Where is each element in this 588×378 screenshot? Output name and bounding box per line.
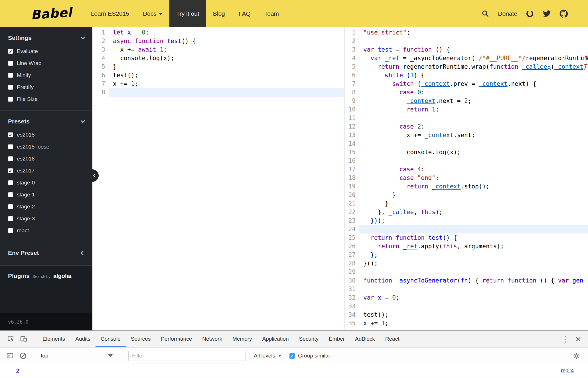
execution-context-selector[interactable]: top [37, 353, 117, 359]
babel-logo[interactable]: Babel [30, 0, 73, 29]
checkbox[interactable]: ✓ [8, 49, 13, 54]
code-line[interactable]: case 2: [363, 122, 588, 131]
opencollective-icon[interactable] [526, 10, 534, 18]
checkbox-item-stage-1[interactable]: stage-1 [8, 189, 84, 201]
code-line[interactable]: }; [363, 251, 588, 259]
sidebar-section-header[interactable]: Env Preset [8, 249, 84, 256]
console-sidebar-icon[interactable] [3, 349, 17, 362]
code-line[interactable]: _context.next = 2; [363, 97, 588, 105]
tab-adblock[interactable]: AdBlock [350, 331, 380, 347]
code-line[interactable]: let x = 0; [113, 28, 344, 37]
checkbox-item-file-size[interactable]: File Size [8, 93, 84, 105]
code-line[interactable]: })); [363, 216, 588, 225]
nav-link-docs[interactable]: Docs [136, 0, 169, 27]
code-line[interactable]: console.log(x); [113, 54, 344, 62]
code-line[interactable] [363, 302, 588, 310]
tab-memory[interactable]: Memory [227, 331, 257, 347]
code-line[interactable]: "use strict"; [363, 28, 588, 37]
code-line[interactable]: return _ref.apply(this, arguments); [363, 242, 588, 251]
code-line[interactable]: x += 1; [363, 319, 588, 328]
more-options-icon[interactable]: ⋮ [559, 334, 571, 344]
code-line[interactable] [363, 285, 588, 293]
code-line[interactable]: case 4: [363, 165, 588, 174]
code-line[interactable]: var _ref = _asyncToGenerator( /*#__PURE_… [363, 54, 588, 62]
console-source-link[interactable]: repl:4 [561, 368, 574, 374]
code-line[interactable]: console.log(x); [363, 148, 588, 157]
tab-console[interactable]: Console [96, 331, 126, 347]
tab-security[interactable]: Security [294, 331, 324, 347]
group-similar-toggle[interactable]: ✓ Group similar [289, 353, 330, 359]
checkbox-item-es2016[interactable]: es2016 [8, 153, 84, 165]
checkbox-item-es2015[interactable]: ✓es2015 [8, 129, 84, 141]
code-line[interactable]: return function test() { [363, 233, 588, 242]
code-line[interactable]: return _context.stop(); [363, 182, 588, 191]
sidebar-collapse-button[interactable]: ‹ [86, 169, 99, 182]
checkbox[interactable] [8, 228, 13, 233]
code-line[interactable] [363, 139, 588, 148]
code-line[interactable]: async function test() { [113, 37, 344, 45]
code-line[interactable]: x += 1; [113, 80, 344, 88]
source-editor[interactable]: 12345678 let x = 0;async function test()… [92, 27, 344, 330]
close-devtools-icon[interactable]: × [573, 334, 584, 344]
code-line[interactable]: } [363, 191, 588, 199]
checkbox-item-es2017[interactable]: ✓es2017 [8, 165, 84, 177]
clear-console-icon[interactable] [17, 349, 30, 362]
checkbox-item-prettify[interactable]: Prettify [8, 81, 84, 93]
tab-sources[interactable]: Sources [126, 331, 156, 347]
code-line[interactable] [109, 88, 344, 97]
code-line[interactable]: return regeneratorRuntime.wrap(function … [363, 62, 588, 71]
console-value[interactable]: 2 [16, 367, 19, 374]
nav-link-team[interactable]: Team [257, 0, 286, 27]
code-line[interactable]: return 1; [363, 105, 588, 114]
nav-link-faq[interactable]: FAQ [232, 0, 257, 27]
checkbox[interactable]: ✓ [8, 168, 13, 173]
log-levels-dropdown[interactable]: All levels [250, 353, 285, 359]
tab-application[interactable]: Application [257, 331, 294, 347]
nav-link-learn-es2015[interactable]: Learn ES2015 [84, 0, 136, 27]
code-line[interactable]: }, _callee, this); [363, 208, 588, 216]
plugins-section[interactable]: Plugins Search by algolia [0, 266, 92, 286]
checkbox[interactable] [8, 144, 13, 149]
group-similar-checkbox[interactable]: ✓ [289, 353, 295, 359]
code-line[interactable] [363, 268, 588, 276]
checkbox-item-line-wrap[interactable]: Line Wrap [8, 57, 84, 69]
nav-link-blog[interactable]: Blog [206, 0, 232, 27]
checkbox[interactable] [8, 216, 13, 221]
checkbox[interactable] [8, 156, 13, 161]
checkbox-item-stage-0[interactable]: stage-0 [8, 177, 84, 189]
code-line[interactable]: while (1) { [363, 71, 588, 80]
console-filter-input[interactable] [128, 351, 246, 361]
source-code[interactable]: let x = 0;async function test() { x += a… [109, 27, 344, 330]
twitter-icon[interactable] [542, 9, 551, 18]
checkbox-item-es2015-loose[interactable]: es2015-loose [8, 141, 84, 153]
search-icon[interactable] [481, 10, 489, 18]
checkbox[interactable] [8, 61, 13, 66]
donate-link[interactable]: Donate [498, 10, 517, 17]
checkbox[interactable] [8, 85, 13, 90]
code-line[interactable]: var test = function () { [363, 45, 588, 54]
checkbox[interactable] [8, 97, 13, 102]
inspect-element-icon[interactable] [4, 333, 17, 345]
checkbox-item-minify[interactable]: Minify [8, 69, 84, 81]
nav-link-try-it-out[interactable]: Try it out [169, 0, 206, 27]
sidebar-section-header[interactable]: Presets [8, 118, 84, 125]
code-line[interactable]: case 0: [363, 88, 588, 97]
code-line[interactable] [363, 157, 588, 165]
checkbox-item-stage-3[interactable]: stage-3 [8, 213, 84, 225]
tab-performance[interactable]: Performance [156, 331, 197, 347]
checkbox[interactable] [8, 192, 13, 197]
device-toolbar-icon[interactable] [17, 333, 30, 345]
code-line[interactable]: case "end": [363, 174, 588, 182]
github-icon[interactable] [559, 9, 568, 18]
checkbox[interactable] [8, 204, 13, 209]
code-line[interactable]: test(); [363, 310, 588, 319]
code-line[interactable]: x += _context.sent; [363, 131, 588, 139]
tab-react[interactable]: React [380, 331, 405, 347]
code-line[interactable]: }(); [363, 259, 588, 268]
code-line[interactable]: test(); [113, 71, 344, 80]
tab-audits[interactable]: Audits [70, 331, 96, 347]
code-line[interactable]: } [113, 62, 344, 71]
code-line[interactable]: switch (_context.prev = _context.next) { [363, 80, 588, 88]
checkbox-item-evaluate[interactable]: ✓Evaluate [8, 45, 84, 57]
checkbox-item-react[interactable]: react [8, 225, 84, 237]
